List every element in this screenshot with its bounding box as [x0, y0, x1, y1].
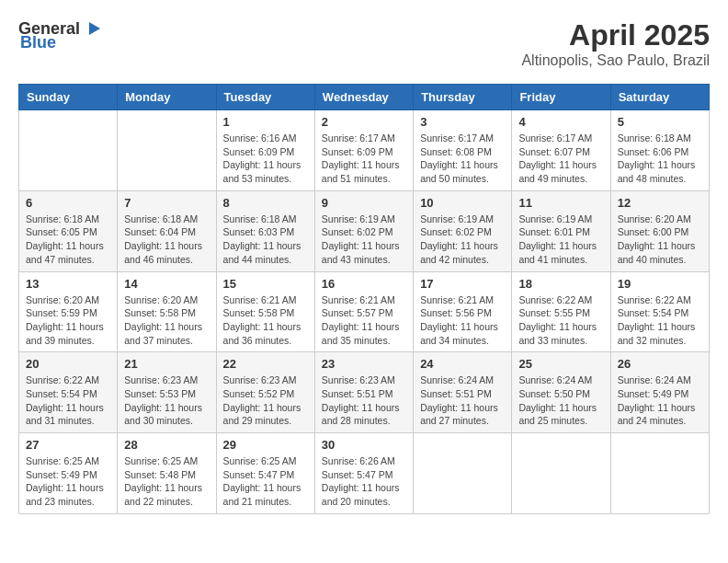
- calendar-cell: 5Sunrise: 6:18 AM Sunset: 6:06 PM Daylig…: [610, 110, 709, 191]
- day-info: Sunrise: 6:18 AM Sunset: 6:03 PM Dayligh…: [223, 213, 308, 267]
- calendar-cell: 2Sunrise: 6:17 AM Sunset: 6:09 PM Daylig…: [314, 110, 413, 191]
- day-info: Sunrise: 6:25 AM Sunset: 5:47 PM Dayligh…: [223, 454, 308, 509]
- calendar-cell: 15Sunrise: 6:21 AM Sunset: 5:58 PM Dayli…: [216, 271, 314, 352]
- weekday-header-monday: Monday: [118, 85, 216, 110]
- title-block: April 2025 Altinopolis, Sao Paulo, Brazi…: [521, 18, 710, 69]
- day-number: 19: [618, 277, 702, 291]
- day-info: Sunrise: 6:22 AM Sunset: 5:54 PM Dayligh…: [26, 373, 110, 428]
- day-info: Sunrise: 6:24 AM Sunset: 5:50 PM Dayligh…: [518, 373, 603, 428]
- week-row-5: 27Sunrise: 6:25 AM Sunset: 5:49 PM Dayli…: [19, 433, 710, 514]
- calendar-cell: 9Sunrise: 6:19 AM Sunset: 6:02 PM Daylig…: [314, 190, 413, 271]
- day-info: Sunrise: 6:23 AM Sunset: 5:52 PM Dayligh…: [223, 373, 308, 428]
- day-number: 7: [124, 196, 209, 210]
- day-info: Sunrise: 6:23 AM Sunset: 5:51 PM Dayligh…: [322, 373, 406, 428]
- day-info: Sunrise: 6:20 AM Sunset: 5:59 PM Dayligh…: [26, 293, 110, 348]
- day-info: Sunrise: 6:20 AM Sunset: 5:58 PM Dayligh…: [124, 293, 209, 348]
- day-number: 24: [420, 357, 505, 371]
- day-number: 30: [322, 438, 406, 452]
- day-info: Sunrise: 6:25 AM Sunset: 5:48 PM Dayligh…: [124, 454, 209, 509]
- day-info: Sunrise: 6:19 AM Sunset: 6:02 PM Dayligh…: [322, 213, 406, 267]
- day-number: 23: [322, 357, 406, 371]
- day-number: 14: [124, 277, 209, 291]
- weekday-header-saturday: Saturday: [610, 85, 709, 110]
- calendar-cell: 6Sunrise: 6:18 AM Sunset: 6:05 PM Daylig…: [19, 190, 118, 271]
- day-info: Sunrise: 6:19 AM Sunset: 6:02 PM Dayligh…: [420, 213, 505, 267]
- day-number: 20: [26, 357, 110, 371]
- day-info: Sunrise: 6:25 AM Sunset: 5:49 PM Dayligh…: [26, 454, 110, 509]
- day-number: 27: [26, 438, 110, 452]
- day-info: Sunrise: 6:20 AM Sunset: 6:00 PM Dayligh…: [618, 213, 702, 267]
- calendar-cell: [610, 433, 709, 514]
- day-number: 21: [124, 357, 209, 371]
- calendar-cell: 10Sunrise: 6:19 AM Sunset: 6:02 PM Dayli…: [414, 190, 512, 271]
- day-number: 29: [223, 438, 308, 452]
- day-info: Sunrise: 6:18 AM Sunset: 6:05 PM Dayligh…: [26, 213, 110, 267]
- day-info: Sunrise: 6:22 AM Sunset: 5:54 PM Dayligh…: [618, 293, 702, 348]
- day-info: Sunrise: 6:16 AM Sunset: 6:09 PM Dayligh…: [223, 132, 308, 186]
- calendar-cell: 29Sunrise: 6:25 AM Sunset: 5:47 PM Dayli…: [216, 433, 314, 514]
- calendar-cell: 16Sunrise: 6:21 AM Sunset: 5:57 PM Dayli…: [314, 271, 413, 352]
- calendar-cell: 12Sunrise: 6:20 AM Sunset: 6:00 PM Dayli…: [610, 190, 709, 271]
- day-number: 8: [223, 196, 308, 210]
- calendar-cell: [512, 433, 610, 514]
- day-info: Sunrise: 6:24 AM Sunset: 5:49 PM Dayligh…: [618, 373, 702, 428]
- logo-icon: [82, 18, 102, 39]
- day-info: Sunrise: 6:18 AM Sunset: 6:04 PM Dayligh…: [124, 213, 209, 267]
- week-row-3: 13Sunrise: 6:20 AM Sunset: 5:59 PM Dayli…: [19, 271, 710, 352]
- calendar-cell: 19Sunrise: 6:22 AM Sunset: 5:54 PM Dayli…: [610, 271, 709, 352]
- month-year: April 2025: [521, 18, 710, 52]
- day-number: 3: [420, 115, 505, 129]
- day-number: 28: [124, 438, 209, 452]
- day-info: Sunrise: 6:24 AM Sunset: 5:51 PM Dayligh…: [420, 373, 505, 428]
- week-row-1: 1Sunrise: 6:16 AM Sunset: 6:09 PM Daylig…: [19, 110, 710, 191]
- calendar-cell: 23Sunrise: 6:23 AM Sunset: 5:51 PM Dayli…: [314, 352, 413, 433]
- day-info: Sunrise: 6:21 AM Sunset: 5:58 PM Dayligh…: [223, 293, 308, 348]
- calendar-cell: 20Sunrise: 6:22 AM Sunset: 5:54 PM Dayli…: [19, 352, 118, 433]
- calendar-cell: 30Sunrise: 6:26 AM Sunset: 5:47 PM Dayli…: [314, 433, 413, 514]
- calendar-cell: 22Sunrise: 6:23 AM Sunset: 5:52 PM Dayli…: [216, 352, 314, 433]
- calendar-cell: [118, 110, 216, 191]
- weekday-header-tuesday: Tuesday: [216, 85, 314, 110]
- calendar-cell: [414, 433, 512, 514]
- location: Altinopolis, Sao Paulo, Brazil: [521, 52, 710, 69]
- day-number: 15: [223, 277, 308, 291]
- day-info: Sunrise: 6:19 AM Sunset: 6:01 PM Dayligh…: [518, 213, 603, 267]
- calendar-cell: 13Sunrise: 6:20 AM Sunset: 5:59 PM Dayli…: [19, 271, 118, 352]
- day-number: 22: [223, 357, 308, 371]
- weekday-header-sunday: Sunday: [19, 85, 118, 110]
- day-info: Sunrise: 6:23 AM Sunset: 5:53 PM Dayligh…: [124, 373, 209, 428]
- calendar-cell: 25Sunrise: 6:24 AM Sunset: 5:50 PM Dayli…: [512, 352, 610, 433]
- day-number: 9: [322, 196, 406, 210]
- logo-blue: Blue: [20, 33, 56, 52]
- svg-marker-0: [89, 22, 100, 35]
- day-info: Sunrise: 6:21 AM Sunset: 5:57 PM Dayligh…: [322, 293, 406, 348]
- day-info: Sunrise: 6:17 AM Sunset: 6:09 PM Dayligh…: [322, 132, 406, 186]
- day-number: 2: [322, 115, 406, 129]
- calendar-cell: 4Sunrise: 6:17 AM Sunset: 6:07 PM Daylig…: [512, 110, 610, 191]
- calendar-cell: 8Sunrise: 6:18 AM Sunset: 6:03 PM Daylig…: [216, 190, 314, 271]
- day-number: 11: [518, 196, 603, 210]
- day-number: 25: [518, 357, 603, 371]
- calendar-cell: 1Sunrise: 6:16 AM Sunset: 6:09 PM Daylig…: [216, 110, 314, 191]
- calendar: SundayMondayTuesdayWednesdayThursdayFrid…: [18, 84, 710, 514]
- calendar-cell: 3Sunrise: 6:17 AM Sunset: 6:08 PM Daylig…: [414, 110, 512, 191]
- page-header: General Blue April 2025 Altinopolis, Sao…: [18, 18, 710, 69]
- weekday-header-wednesday: Wednesday: [314, 85, 413, 110]
- day-number: 1: [223, 115, 308, 129]
- calendar-cell: 24Sunrise: 6:24 AM Sunset: 5:51 PM Dayli…: [414, 352, 512, 433]
- day-number: 16: [322, 277, 406, 291]
- weekday-header-friday: Friday: [512, 85, 610, 110]
- day-number: 12: [618, 196, 702, 210]
- day-info: Sunrise: 6:22 AM Sunset: 5:55 PM Dayligh…: [518, 293, 603, 348]
- day-info: Sunrise: 6:17 AM Sunset: 6:08 PM Dayligh…: [420, 132, 505, 186]
- logo: General Blue: [18, 18, 102, 52]
- day-info: Sunrise: 6:18 AM Sunset: 6:06 PM Dayligh…: [618, 132, 702, 186]
- day-number: 6: [26, 196, 110, 210]
- weekday-header-thursday: Thursday: [414, 85, 512, 110]
- day-number: 4: [518, 115, 603, 129]
- day-number: 26: [618, 357, 702, 371]
- week-row-4: 20Sunrise: 6:22 AM Sunset: 5:54 PM Dayli…: [19, 352, 710, 433]
- day-number: 5: [618, 115, 702, 129]
- day-number: 18: [518, 277, 603, 291]
- calendar-cell: 27Sunrise: 6:25 AM Sunset: 5:49 PM Dayli…: [19, 433, 118, 514]
